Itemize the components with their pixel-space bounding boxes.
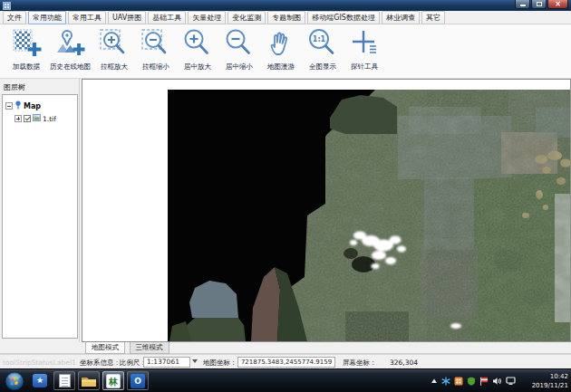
minimize-button[interactable] xyxy=(515,0,530,9)
taskbar-clock[interactable]: 10:42 2019/11/21 xyxy=(519,372,568,390)
map-coord-value: 721875.3483,2455774.9159 xyxy=(237,357,335,368)
toolbar-label: 历史在线地图 xyxy=(50,62,91,72)
toolbar-label: 全图显示 xyxy=(309,62,336,72)
box-zoom-in-button[interactable]: 拉框放大 xyxy=(93,27,135,76)
network-tray-icon[interactable] xyxy=(506,377,517,386)
titlebar: × xyxy=(0,0,571,11)
main-area: 图层树 Map 1.tif xyxy=(0,79,571,342)
folder-icon xyxy=(81,374,97,387)
menu-tab-change-monitoring[interactable]: 变化监测 xyxy=(227,11,266,24)
system-tray xyxy=(431,369,517,392)
menu-tab-forestry-survey[interactable]: 林业调查 xyxy=(382,11,420,24)
taskbar-app-o[interactable]: O xyxy=(127,371,149,390)
probe-tool-button[interactable]: 探针工具 xyxy=(344,27,385,76)
close-button[interactable]: × xyxy=(547,0,568,9)
orange-app-tray-icon[interactable] xyxy=(454,377,463,386)
full-extent-icon: 1:1 xyxy=(307,28,338,61)
box-zoom-in-icon xyxy=(99,28,130,61)
menu-tab-vector-processing[interactable]: 矢量处理 xyxy=(188,11,226,24)
screen-coord-value: 326,304 xyxy=(390,359,418,367)
load-data-button[interactable]: 加载数据 xyxy=(5,27,47,76)
tab-map-mode[interactable]: 地图模式 xyxy=(85,342,125,354)
load-data-icon xyxy=(11,28,42,61)
green-shield-tray-icon[interactable] xyxy=(467,377,476,386)
app-window-icon xyxy=(3,2,11,10)
notepad-icon xyxy=(59,374,71,387)
menu-tab-common-functions[interactable]: 常用功能 xyxy=(28,11,66,24)
center-zoom-out-button[interactable]: 居中缩小 xyxy=(218,27,260,76)
flag-tray-icon[interactable] xyxy=(479,377,489,386)
menu-tab-uav-mosaic[interactable]: UAV拼图 xyxy=(108,11,146,24)
toolbar-label: 居中缩小 xyxy=(226,62,253,72)
taskbar-app-explorer[interactable] xyxy=(78,371,100,390)
toolbar-label: 拉框放大 xyxy=(101,62,128,72)
map-canvas[interactable] xyxy=(82,79,571,342)
history-online-map-button[interactable]: 历史在线地图 xyxy=(47,27,93,76)
layer-panel: 图层树 Map 1.tif xyxy=(0,79,80,342)
toolbar-label: 加载数据 xyxy=(13,62,40,72)
menu-tab-bar: 文件 常用功能 常用工具 UAV拼图 基础工具 矢量处理 变化监测 专题制图 移… xyxy=(0,11,571,24)
windows-taskbar: ★ 林 O xyxy=(0,368,571,392)
speaker-tray-icon[interactable] xyxy=(492,377,502,386)
toolbar-label: 地图漫游 xyxy=(267,62,295,72)
snowflake-tray-icon[interactable] xyxy=(441,377,450,386)
tray-expand-icon[interactable] xyxy=(431,378,438,385)
tab-3d-mode[interactable]: 三维模式 xyxy=(130,342,169,354)
tree-node-label: 1.tif xyxy=(43,115,56,123)
crs-info-label: 坐标系信息： xyxy=(80,359,121,368)
layer-panel-title: 图层树 xyxy=(4,82,25,92)
toolbar-label: 探针工具 xyxy=(351,62,378,72)
combo-caret-icon[interactable] xyxy=(192,359,198,363)
collapse-box-icon[interactable] xyxy=(5,102,13,110)
view-mode-tabs: 地图模式 三维模式 xyxy=(0,342,571,354)
desktop-screen: × 文件 常用功能 常用工具 UAV拼图 基础工具 矢量处理 变化监测 专题制图… xyxy=(0,0,571,392)
full-extent-button[interactable]: 1:1 全图显示 xyxy=(302,27,344,76)
menu-tab-thematic-mapping[interactable]: 专题制图 xyxy=(267,11,305,24)
menu-tab-mobile-gis-data[interactable]: 移动端GIS数据处理 xyxy=(307,11,380,24)
menu-tab-file[interactable]: 文件 xyxy=(3,11,26,24)
status-placeholder-label: toolStripStatusLabel1 xyxy=(3,359,76,367)
status-bar: toolStripStatusLabel1 坐标系信息： 比例尺： 1:1370… xyxy=(0,354,571,368)
start-button[interactable] xyxy=(5,371,24,391)
ribbon-toolbar: 加载数据 历史在线地图 xyxy=(0,24,571,79)
map-node-icon xyxy=(15,100,22,111)
tree-node-map[interactable]: Map xyxy=(5,100,75,111)
history-online-map-icon xyxy=(55,28,86,61)
full-extent-icon-text: 1:1 xyxy=(313,35,326,43)
menu-tab-other[interactable]: 其它 xyxy=(421,11,445,24)
box-zoom-out-button[interactable]: 拉框缩小 xyxy=(135,27,177,76)
menu-tab-basic-tools[interactable]: 基础工具 xyxy=(148,11,186,24)
star-app-icon: ★ xyxy=(33,374,47,387)
taskbar-app-notepad[interactable] xyxy=(53,371,75,390)
tree-node-layer[interactable]: 1.tif xyxy=(15,113,75,124)
scale-value: 1:137061 xyxy=(147,358,179,366)
map-coord-label: 地图坐标： xyxy=(203,359,237,368)
toolbar-label: 居中放大 xyxy=(184,62,211,72)
restore-button[interactable] xyxy=(531,0,547,9)
center-zoom-in-button[interactable]: 居中放大 xyxy=(177,27,218,76)
center-zoom-in-icon xyxy=(182,28,213,61)
layer-visibility-checkbox[interactable] xyxy=(24,115,31,122)
center-zoom-out-icon xyxy=(224,28,255,61)
tree-node-label: Map xyxy=(24,102,41,110)
window-controls: × xyxy=(515,0,568,9)
taskbar-app-forestry[interactable]: 林 xyxy=(102,371,124,390)
screen-coord-label: 屏幕坐标： xyxy=(343,359,377,368)
scale-combobox[interactable]: 1:137061 xyxy=(143,357,190,368)
menu-tab-common-tools[interactable]: 常用工具 xyxy=(68,11,106,24)
o-app-icon: O xyxy=(131,374,145,388)
satellite-imagery xyxy=(82,80,570,341)
expand-box-icon[interactable] xyxy=(15,115,22,122)
pan-map-button[interactable]: 地图漫游 xyxy=(260,27,302,76)
toolbar-label: 拉框缩小 xyxy=(142,62,169,72)
probe-tool-icon xyxy=(349,28,380,61)
forestry-app-icon: 林 xyxy=(106,374,121,388)
box-zoom-out-icon xyxy=(140,28,171,61)
layer-tree: Map 1.tif xyxy=(2,94,78,339)
clock-time: 10:42 xyxy=(519,372,568,381)
taskbar-apps: ★ 林 O xyxy=(29,371,149,390)
taskbar-app-star[interactable]: ★ xyxy=(29,371,51,390)
pan-hand-icon xyxy=(266,28,296,61)
raster-layer-icon xyxy=(33,114,41,123)
clock-date: 2019/11/21 xyxy=(519,381,568,390)
